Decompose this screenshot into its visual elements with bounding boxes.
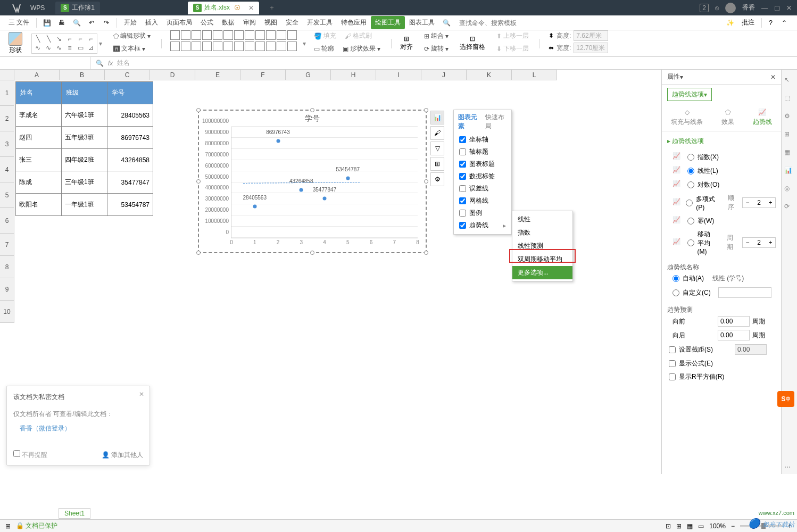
row-header[interactable]: 3 <box>0 131 14 157</box>
protected-indicator[interactable]: 🔒 文档已保护 <box>16 521 57 530</box>
minimize-icon[interactable]: — <box>761 4 768 12</box>
resize-handle[interactable] <box>196 108 201 112</box>
checkbox-show-formula[interactable]: 显示公式(E) <box>667 357 776 370</box>
col-header[interactable]: L <box>512 70 557 80</box>
target-icon[interactable]: ◎ <box>784 185 795 195</box>
increment-button[interactable]: + <box>766 238 775 247</box>
checkbox-axis-title[interactable]: 轴标题 <box>454 146 511 158</box>
popup-owner[interactable]: 香香（微信登录） <box>20 424 143 433</box>
fill-color-swatches[interactable] <box>170 30 297 40</box>
edit-shape-button[interactable]: ⬠ 编辑形状 ▾ <box>111 30 153 41</box>
tab-effect[interactable]: ⬠ 效果 <box>721 109 734 127</box>
chart-styles-button[interactable]: 🖌 <box>430 126 444 140</box>
gift-icon[interactable]: ⎋ <box>715 4 719 12</box>
col-header[interactable]: H <box>331 70 376 80</box>
badge-icon[interactable]: 2 <box>700 4 709 12</box>
combine-button[interactable]: ⊞ 组合 ▾ <box>422 30 451 41</box>
redo-icon[interactable]: ↷ <box>101 18 112 28</box>
row-header[interactable]: 7 <box>0 234 14 256</box>
resize-handle[interactable] <box>424 179 428 184</box>
resize-handle[interactable] <box>424 108 428 112</box>
row-header[interactable]: 2 <box>0 106 14 131</box>
col-header[interactable]: C <box>105 70 150 80</box>
tab-current-file[interactable]: S 姓名.xlsx ⦿ ✕ <box>188 2 259 14</box>
order-input[interactable] <box>752 199 766 206</box>
menu-review[interactable]: 审阅 <box>239 16 260 29</box>
print-icon[interactable]: 🖶 <box>56 18 67 28</box>
outline-color-swatches[interactable] <box>170 41 297 51</box>
add-tab-button[interactable]: ＋ <box>267 3 277 13</box>
trend-linear-forecast[interactable]: 线性预测 <box>512 239 572 253</box>
close-icon[interactable]: ✕ <box>786 4 792 12</box>
checkbox-chart-title[interactable]: 图表标题 <box>454 158 511 170</box>
gear-icon[interactable]: ⚙ <box>784 112 795 123</box>
height-input[interactable] <box>574 30 608 41</box>
increment-button[interactable]: + <box>766 198 775 207</box>
trend-more-options[interactable]: 更多选项... <box>512 266 572 279</box>
zoom-slider[interactable] <box>740 525 783 527</box>
checkbox-dont-remind[interactable]: 不再提醒 <box>13 450 47 460</box>
radio-custom-name[interactable]: 自定义(C) <box>667 285 776 300</box>
chart-elements-button[interactable]: 📊 <box>430 111 444 124</box>
col-header[interactable]: K <box>467 70 512 80</box>
chevron-down-icon[interactable]: ▾ <box>99 40 102 47</box>
view-icon[interactable]: ⊡ <box>666 522 671 530</box>
doc-icon[interactable]: ⊞ <box>5 522 11 530</box>
save-icon[interactable]: 💾 <box>41 18 52 28</box>
row-header[interactable]: 10 <box>0 301 14 323</box>
more-icon[interactable]: ⋯ <box>784 463 795 474</box>
grid-view-icon[interactable]: ⊞ <box>676 522 682 530</box>
undo-icon[interactable]: ↶ <box>86 18 97 28</box>
cursor-icon[interactable]: ↖ <box>784 76 795 87</box>
radio-movavg[interactable]: 📈移动 平均(M) 周期 −+ <box>667 228 776 257</box>
checkbox-error-bar[interactable]: 误差线 <box>454 182 511 195</box>
backward-input[interactable] <box>718 330 750 340</box>
custom-name-input[interactable] <box>718 287 771 298</box>
row-header[interactable]: 6 <box>0 208 14 234</box>
outline-button[interactable]: ▭ 轮廓 <box>312 43 336 54</box>
chart-settings-button[interactable]: ⚙ <box>430 172 444 186</box>
menu-help[interactable]: ? <box>769 19 773 27</box>
row-header[interactable]: 8 <box>0 256 14 278</box>
chart-size-button[interactable]: ⊞ <box>430 157 444 171</box>
checkbox-data-label[interactable]: 数据标签 <box>454 170 511 182</box>
header-class[interactable]: 班级 <box>62 82 107 104</box>
menu-chart-tools[interactable]: 图表工具 <box>405 16 439 29</box>
col-header[interactable]: F <box>240 70 286 80</box>
zoom-out-button[interactable]: − <box>731 522 735 530</box>
row-header[interactable]: 4 <box>0 157 14 182</box>
add-others-button[interactable]: 👤 添加其他人 <box>102 451 143 460</box>
resize-handle[interactable] <box>196 251 201 255</box>
name-box[interactable] <box>0 57 90 69</box>
select-pane-button[interactable]: ⊡ 选择窗格 <box>460 35 485 52</box>
zoom-icon[interactable]: 🔍 <box>96 60 104 67</box>
trend-exp[interactable]: 指数 <box>512 226 572 239</box>
menu-drawing-tools[interactable]: 绘图工具 <box>371 16 405 29</box>
shape-effect-button[interactable]: ▣ 形状效果 ▾ <box>341 43 383 54</box>
chevron-down-icon[interactable]: ▾ <box>303 40 306 47</box>
select-icon[interactable]: ⬚ <box>784 94 795 105</box>
menu-data[interactable]: 数据 <box>218 16 239 29</box>
radio-exp[interactable]: 📈指数(X) <box>667 150 776 164</box>
chart-filter-button[interactable]: ▽ <box>430 142 444 155</box>
chart-icon[interactable]: 📊 <box>784 167 795 177</box>
sheet-tab[interactable]: Sheet1 <box>59 508 90 519</box>
layers-icon[interactable]: ▦ <box>784 148 795 159</box>
resize-handle[interactable] <box>424 251 428 255</box>
col-header[interactable]: I <box>376 70 421 80</box>
header-id[interactable]: 学号 <box>107 82 153 104</box>
radio-poly[interactable]: 📈多项式(P) 顺序 −+ <box>667 192 776 214</box>
search-input[interactable] <box>459 19 539 27</box>
menu-view[interactable]: 视图 <box>260 16 281 29</box>
decrement-button[interactable]: − <box>743 238 752 247</box>
chart-object[interactable]: 学号 0100000002000000030000000400000005000… <box>198 110 427 253</box>
menu-start[interactable]: 开始 <box>120 16 141 29</box>
table-icon[interactable]: ⊞ <box>784 130 795 141</box>
radio-linear[interactable]: 📈线性(L) <box>667 164 776 178</box>
resize-handle[interactable] <box>310 108 314 112</box>
menu-insert[interactable]: 插入 <box>141 16 162 29</box>
checkbox-gridlines[interactable]: 网格线 <box>454 195 511 207</box>
fx-label[interactable]: fx <box>108 60 113 67</box>
menu-batch[interactable]: 批注 <box>742 18 754 27</box>
col-header[interactable]: J <box>421 70 467 80</box>
